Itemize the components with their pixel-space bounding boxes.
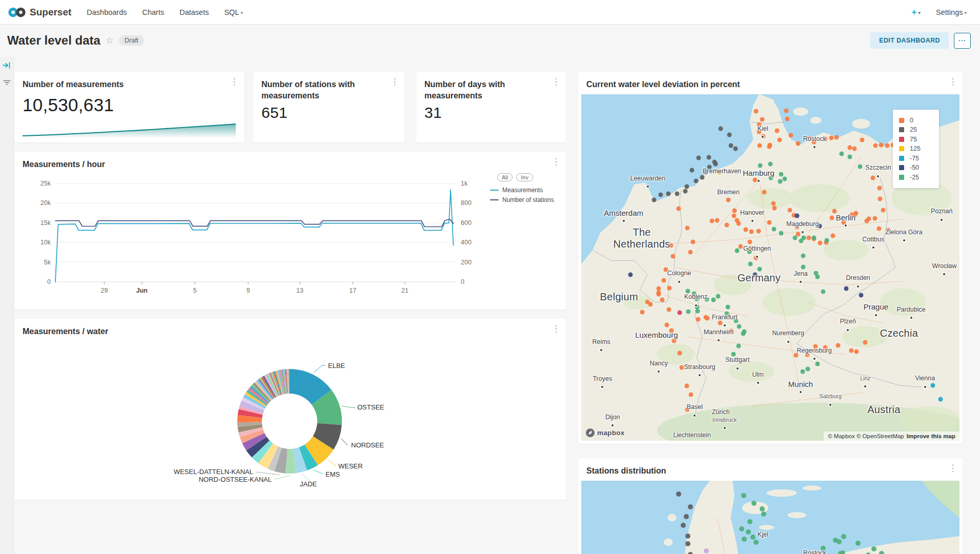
city-marker-dot: [813, 358, 815, 360]
station-dot: [716, 294, 720, 298]
station-dot: [855, 541, 861, 546]
station-dot: [665, 322, 669, 327]
station-dot: [660, 297, 664, 302]
station-dot: [792, 236, 797, 240]
station-dot: [690, 240, 695, 244]
city-marker-dot: [623, 220, 625, 222]
map-legend-item[interactable]: 0: [899, 116, 933, 125]
station-dot: [795, 225, 800, 230]
legend-item[interactable]: Number of stations: [490, 196, 565, 203]
kebab-menu-icon[interactable]: ⋮: [389, 77, 400, 87]
map-legend-item[interactable]: -25: [899, 173, 933, 181]
station-dot: [736, 221, 741, 225]
legend-inv-button[interactable]: Inv: [516, 173, 533, 181]
city-marker-dot: [910, 317, 912, 319]
station-dot: [691, 291, 696, 296]
station-dot: [836, 539, 842, 544]
svg-text:800: 800: [461, 199, 472, 207]
station-dot: [834, 135, 839, 139]
station-dot: [685, 184, 689, 189]
station-dot: [688, 504, 693, 509]
nav-datasets[interactable]: Datasets: [179, 8, 209, 16]
svg-text:200: 200: [461, 259, 472, 266]
city-marker-dot: [699, 374, 701, 376]
map-legend-item[interactable]: -75: [899, 154, 933, 162]
station-dot: [658, 192, 663, 197]
city-marker-dot: [943, 273, 945, 275]
station-dot: [712, 159, 717, 164]
station-dot: [695, 297, 699, 301]
mapbox-logo[interactable]: mapbox: [585, 428, 625, 438]
svg-text:600: 600: [461, 219, 472, 227]
station-dot: [839, 151, 844, 156]
filter-icon[interactable]: [3, 78, 11, 87]
legend-item[interactable]: Measurements: [490, 187, 565, 194]
line-chart-legend: All Inv MeasurementsNumber of stations: [490, 173, 565, 206]
nav-dashboards[interactable]: Dashboards: [87, 8, 127, 16]
station-dot: [731, 214, 736, 218]
station-dot: [696, 155, 701, 160]
station-dot: [811, 139, 816, 144]
city-marker-dot: [600, 349, 602, 351]
station-dot: [836, 343, 841, 347]
city-marker-dot: [758, 180, 760, 182]
station-dot: [666, 192, 670, 196]
station-dot: [672, 338, 677, 343]
city-marker-dot: [756, 256, 758, 258]
station-dot: [718, 320, 723, 325]
superset-logo[interactable]: Superset: [8, 7, 71, 18]
kebab-menu-icon[interactable]: ⋮: [947, 464, 958, 474]
add-new-button[interactable]: +▾: [912, 7, 921, 17]
station-dot: [847, 154, 852, 159]
favorite-star-icon[interactable]: ☆: [106, 35, 114, 46]
station-dot: [829, 215, 834, 220]
station-dot: [872, 216, 877, 220]
station-dot: [807, 235, 811, 240]
station-dot: [813, 344, 818, 348]
station-dot: [734, 319, 739, 323]
station-dot: [760, 506, 765, 511]
station-dot: [685, 289, 690, 294]
expand-filter-panel-icon[interactable]: [3, 61, 11, 70]
improve-map-link[interactable]: Improve this map: [907, 433, 955, 439]
station-dot: [732, 208, 737, 213]
map-legend-item[interactable]: 75: [899, 135, 933, 143]
map-legend-item[interactable]: 125: [899, 145, 933, 153]
station-dot: [726, 305, 730, 310]
station-dot: [801, 253, 805, 258]
settings-menu[interactable]: Settings▾: [936, 8, 967, 16]
city-marker-dot: [829, 404, 831, 406]
map-legend-item[interactable]: 25: [899, 126, 933, 134]
station-dot: [871, 546, 876, 551]
card-title: Current water level deviation in percent: [578, 72, 963, 90]
stations-map-canvas[interactable]: KielRostockBremerhaven: [581, 481, 959, 554]
station-dot: [748, 261, 752, 266]
station-dot: [859, 293, 864, 298]
deviation-map-canvas[interactable]: GermanyCzechiaAustriaBelgiumThe Netherla…: [581, 94, 959, 441]
svg-text:NORD-OSTSEE-KANAL: NORD-OSTSEE-KANAL: [199, 476, 272, 483]
station-dot: [725, 312, 729, 316]
legend-all-button[interactable]: All: [497, 173, 513, 181]
station-dot: [724, 223, 729, 228]
kebab-menu-icon[interactable]: ⋮: [550, 77, 562, 87]
kebab-menu-icon[interactable]: ⋮: [947, 77, 958, 87]
edit-dashboard-button[interactable]: EDIT DASHBOARD: [870, 32, 949, 49]
station-dot: [666, 307, 671, 312]
station-dot: [778, 179, 782, 184]
station-dot: [762, 190, 767, 195]
station-dot: [756, 229, 761, 233]
station-dot: [683, 189, 687, 194]
nav-charts[interactable]: Charts: [142, 8, 165, 16]
station-dot: [731, 352, 736, 356]
map-legend-item[interactable]: -50: [899, 164, 933, 172]
nav-sql[interactable]: SQL▾: [224, 8, 243, 16]
station-dot: [794, 353, 799, 358]
city-marker-dot: [924, 386, 926, 388]
svg-text:10k: 10k: [40, 239, 51, 246]
city-marker-dot: [737, 367, 739, 370]
station-dot: [675, 192, 679, 196]
attribution-text: © Mapbox © OpenStreetMap: [828, 433, 904, 439]
dashboard-menu-button[interactable]: ···: [954, 33, 971, 49]
kebab-menu-icon[interactable]: ⋮: [229, 77, 240, 87]
station-dot: [664, 267, 668, 272]
